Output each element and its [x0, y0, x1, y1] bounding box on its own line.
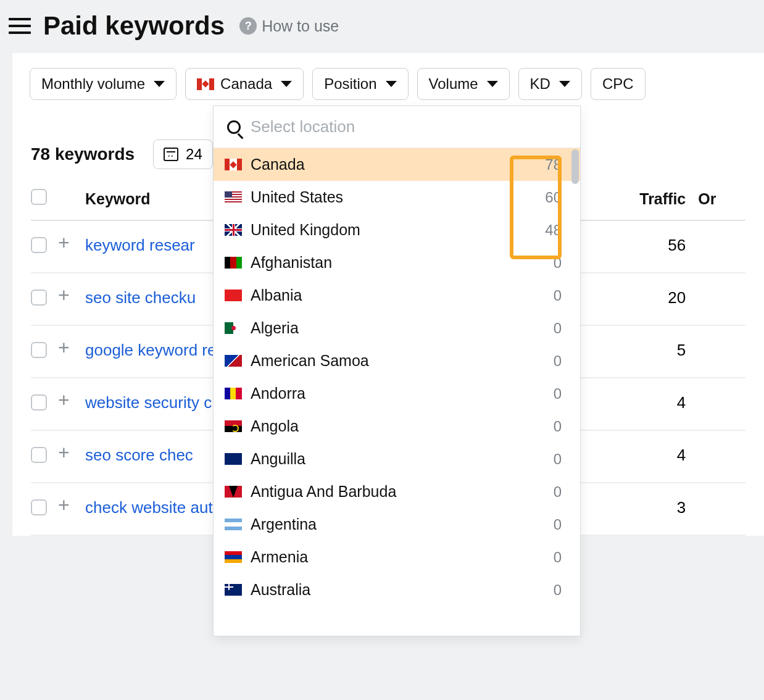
date-picker[interactable]: 24: [153, 140, 213, 169]
expand-icon[interactable]: +: [58, 378, 85, 430]
help-icon: ?: [239, 17, 257, 35]
keyword-count: 78 keywords: [31, 144, 135, 164]
calendar-icon: [164, 148, 178, 161]
flag-icon: [225, 551, 242, 563]
location-name: Afghanistan: [251, 254, 528, 272]
flag-icon: [225, 191, 242, 203]
col-or[interactable]: Or: [698, 178, 745, 220]
location-count: 60: [537, 189, 562, 206]
location-count: 0: [537, 483, 562, 501]
traffic-value: 20: [577, 273, 698, 325]
location-count: 0: [537, 385, 562, 402]
keyword-link[interactable]: seo site checku: [85, 288, 196, 307]
location-name: American Samoa: [251, 352, 528, 370]
location-option[interactable]: American Samoa0: [214, 344, 580, 377]
filter-volume[interactable]: Volume: [417, 68, 510, 100]
menu-icon[interactable]: [9, 15, 31, 37]
search-icon: [227, 120, 241, 134]
location-name: Canada: [251, 156, 528, 173]
location-option[interactable]: Argentina0: [214, 508, 580, 541]
location-name: Angola: [251, 417, 528, 435]
flag-icon: [225, 453, 242, 465]
location-search-input[interactable]: [251, 117, 567, 136]
flag-icon: [225, 355, 242, 367]
keyword-link[interactable]: seo score chec: [85, 446, 193, 464]
row-checkbox[interactable]: [31, 237, 47, 253]
location-count: 0: [537, 418, 562, 435]
filter-monthly-volume[interactable]: Monthly volume: [30, 68, 176, 100]
traffic-value: 5: [577, 325, 698, 378]
flag-icon: [225, 584, 242, 596]
location-name: Andorra: [251, 385, 528, 402]
location-count: 0: [537, 549, 562, 566]
filter-position[interactable]: Position: [312, 68, 408, 100]
location-name: Albania: [251, 286, 528, 304]
location-option[interactable]: Algeria0: [214, 312, 580, 344]
filter-country[interactable]: Canada: [185, 68, 304, 100]
location-option[interactable]: Afghanistan0: [214, 246, 580, 279]
caret-down-icon: [281, 81, 292, 87]
col-traffic[interactable]: Traffic: [577, 178, 698, 220]
location-count: 48: [537, 222, 562, 239]
traffic-value: 56: [577, 220, 698, 273]
row-checkbox[interactable]: [31, 394, 47, 410]
location-name: Antigua And Barbuda: [251, 483, 528, 501]
flag-icon: [225, 420, 242, 432]
location-option[interactable]: Albania0: [214, 279, 580, 312]
location-option[interactable]: Antigua And Barbuda0: [214, 475, 580, 508]
location-name: Algeria: [251, 319, 528, 337]
location-count: 0: [537, 581, 562, 599]
caret-down-icon: [487, 81, 498, 87]
country-dropdown: Canada78United States60United Kingdom48A…: [213, 106, 581, 636]
location-option[interactable]: United States60: [214, 181, 580, 214]
location-name: Australia: [251, 581, 528, 599]
caret-down-icon: [154, 81, 165, 87]
location-count: 0: [537, 451, 562, 468]
row-checkbox[interactable]: [31, 342, 47, 358]
flag-icon: [225, 322, 242, 334]
expand-icon[interactable]: +: [58, 220, 85, 273]
location-option[interactable]: Anguilla0: [214, 443, 580, 475]
row-checkbox[interactable]: [31, 499, 47, 515]
page-title: Paid keywords: [43, 11, 225, 41]
location-name: United Kingdom: [251, 221, 528, 239]
expand-icon[interactable]: +: [58, 273, 85, 325]
flag-icon: [225, 159, 242, 170]
expand-icon[interactable]: +: [58, 483, 85, 535]
traffic-value: 4: [577, 378, 698, 430]
location-name: Anguilla: [251, 450, 528, 468]
location-option[interactable]: Angola0: [214, 410, 580, 443]
how-to-use-link[interactable]: ? How to use: [239, 17, 339, 35]
flag-icon: [225, 257, 242, 269]
location-option[interactable]: United Kingdom48: [214, 214, 580, 246]
location-option[interactable]: Canada78: [214, 148, 580, 181]
expand-icon[interactable]: +: [58, 430, 85, 483]
caret-down-icon: [559, 81, 570, 87]
expand-icon[interactable]: +: [58, 325, 85, 378]
traffic-value: 3: [577, 483, 698, 535]
row-checkbox[interactable]: [31, 290, 47, 306]
location-count: 0: [537, 254, 562, 272]
filter-cpc[interactable]: CPC: [591, 68, 646, 100]
scrollbar[interactable]: [571, 149, 579, 184]
location-name: Argentina: [251, 515, 528, 533]
flag-icon: [225, 290, 242, 301]
location-count: 0: [537, 287, 562, 304]
flag-icon: [225, 224, 242, 236]
location-count: 0: [537, 320, 562, 337]
filter-kd[interactable]: KD: [518, 68, 582, 100]
traffic-value: 4: [577, 430, 698, 483]
location-name: United States: [251, 188, 528, 206]
location-count: 78: [537, 156, 562, 173]
location-option[interactable]: Andorra0: [214, 377, 580, 410]
row-checkbox[interactable]: [31, 447, 47, 463]
location-count: 0: [537, 352, 562, 370]
flag-icon: [197, 78, 214, 90]
keyword-link[interactable]: keyword resear: [85, 236, 195, 254]
flag-icon: [225, 519, 242, 530]
select-all-checkbox[interactable]: [31, 189, 47, 205]
location-name: Armenia: [251, 548, 528, 566]
location-option[interactable]: Armenia0: [214, 541, 580, 573]
location-count: 0: [537, 516, 562, 533]
location-option[interactable]: Australia0: [214, 573, 580, 606]
